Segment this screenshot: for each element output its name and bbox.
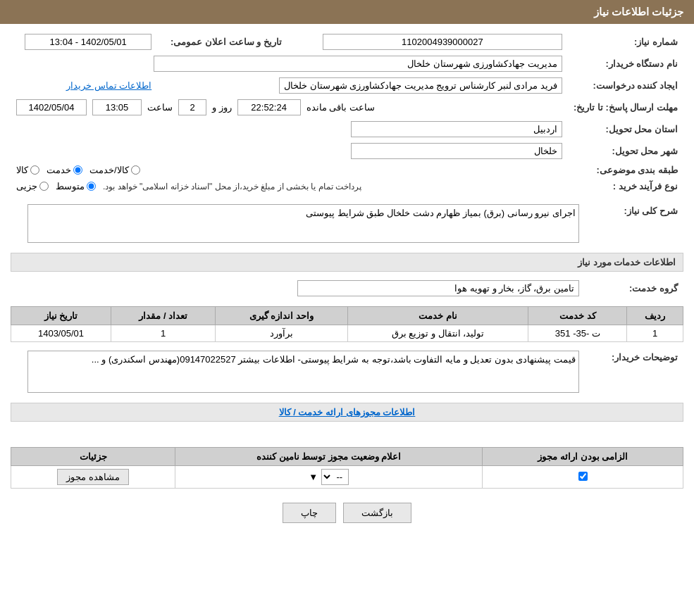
back-button[interactable]: بازگشت (343, 503, 411, 523)
send-days-value: 2 (178, 99, 206, 115)
city-label: شهر محل تحویل: (568, 140, 683, 162)
col-row-num: ردیف (627, 307, 683, 325)
contact-link[interactable]: اطلاعات تماس خریدار (66, 80, 151, 91)
description-label: شرح کلی نیاز: (585, 201, 683, 246)
col-required: الزامی بودن ارائه مجوز (483, 448, 683, 466)
col-code: کد خدمت (528, 307, 627, 325)
buyer-notes-table: توضیحات خریدار: قیمت پیشنهادی بدون تعدیل… (11, 348, 683, 396)
remaining-days-label: روز و (212, 102, 232, 113)
page-header: جزئیات اطلاعات نیاز (0, 0, 694, 24)
buyer-name-label: نام دستگاه خریدار: (568, 53, 683, 75)
row-unit: برآورد (216, 325, 347, 342)
col-count: تعداد / مقدار (111, 307, 215, 325)
created-by-cell: فرید مرادی لنبر کارشناس ترویج مدیریت جها… (157, 75, 568, 96)
page-title: جزئیات اطلاعات نیاز (594, 6, 683, 18)
purchase-type-text: پرداخت تمام یا بخشی از مبلغ خرید،از محل … (103, 182, 361, 191)
time-label: ساعت (147, 102, 173, 113)
required-cell (483, 466, 683, 489)
details-cell[interactable]: مشاهده مجوز (11, 466, 175, 489)
purchase-type-label: نوع فرآیند خرید : (568, 178, 683, 194)
created-by-label: ایجاد کننده درخواست: (568, 75, 683, 96)
col-details: جزئیات (11, 448, 175, 466)
buyer-name-cell: مدیریت جهادکشاورزی شهرستان خلخال (11, 53, 568, 75)
category-option-khedmat[interactable]: خدمت (47, 165, 82, 175)
button-bar: بازگشت چاپ (11, 489, 683, 537)
public-announce-label: تاریخ و ساعت اعلان عمومی: (157, 31, 287, 53)
print-button[interactable]: چاپ (283, 503, 336, 523)
row-code: ت -35- 351 (528, 325, 627, 342)
service-group-cell: تامین برق، گاز، بخار و تهویه هوا (11, 277, 585, 299)
public-announce-cell: 1402/05/01 - 13:04 (11, 31, 157, 53)
order-number-cell: 1102004939000027 (302, 31, 568, 53)
buyer-notes-cell: قیمت پیشنهادی بدون تعدیل و مایه التفاوت … (11, 348, 585, 396)
row-date: 1403/05/01 (11, 325, 111, 342)
remaining-hours-label: ساعت باقی مانده (306, 102, 375, 113)
col-status: اعلام وضعیت مجوز توسط نامین کننده (175, 448, 483, 466)
purchase-type-partial[interactable]: جزیی (16, 181, 49, 191)
province-label: استان محل تحویل: (568, 118, 683, 140)
service-group-value: تامین برق، گاز، بخار و تهویه هوا (297, 280, 579, 296)
col-name: نام خدمت (347, 307, 528, 325)
services-section-title: اطلاعات خدمات مورد نیاز (11, 253, 683, 272)
order-number-value: 1102004939000027 (323, 34, 562, 50)
status-cell: -- ▼ (175, 466, 483, 489)
service-group-label: گروه خدمت: (585, 277, 683, 299)
basic-info-table: شماره نیاز: 1102004939000027 تاریخ و ساع… (11, 31, 683, 194)
category-option-kala[interactable]: کالا (16, 165, 39, 175)
send-time-label: مهلت ارسال پاسخ: تا تاریخ: (568, 96, 683, 118)
row-num: 1 (627, 325, 683, 342)
purchase-type-medium[interactable]: متوسط (56, 181, 96, 191)
table-row: -- ▼ مشاهده مجوز (11, 466, 683, 489)
col-unit: واحد اندازه گیری (216, 307, 347, 325)
licenses-table: الزامی بودن ارائه مجوز اعلام وضعیت مجوز … (11, 447, 683, 489)
province-value: اردبیل (351, 121, 562, 137)
services-table: ردیف کد خدمت نام خدمت واحد اندازه گیری ت… (11, 306, 683, 342)
row-service-name: تولید، انتقال و توزیع برق (347, 325, 528, 342)
description-table: شرح کلی نیاز: اجرای نیرو رسانی (برق) بمی… (11, 201, 683, 246)
send-time-cell: ساعت باقی مانده 22:52:24 روز و 2 ساعت 13… (11, 96, 568, 118)
send-clock-value: 22:52:24 (237, 99, 301, 115)
send-date-value: 1402/05/04 (16, 99, 87, 115)
category-cell: کالا/خدمت خدمت کالا (11, 162, 568, 178)
description-cell: اجرای نیرو رسانی (برق) بمیاز ظهارم دشت خ… (11, 201, 585, 246)
licenses-section-title[interactable]: اطلاعات مجوزهای ارائه خدمت / کالا (11, 403, 683, 422)
province-cell: اردبیل (11, 118, 568, 140)
city-cell: خلخال (11, 140, 568, 162)
service-group-table: گروه خدمت: تامین برق، گاز، بخار و تهویه … (11, 277, 683, 299)
purchase-type-cell: پرداخت تمام یا بخشی از مبلغ خرید،از محل … (11, 178, 568, 194)
view-license-button[interactable]: مشاهده مجوز (57, 469, 129, 485)
buyer-name-value: مدیریت جهادکشاورزی شهرستان خلخال (154, 56, 562, 72)
send-time-value: 13:05 (92, 99, 142, 115)
buyer-notes-value: قیمت پیشنهادی بدون تعدیل و مایه التفاوت … (27, 351, 579, 393)
status-select[interactable]: -- (321, 469, 349, 485)
public-announce-value: 1402/05/01 - 13:04 (25, 34, 151, 50)
buyer-notes-label: توضیحات خریدار: (585, 348, 683, 396)
col-date: تاریخ نیاز (11, 307, 111, 325)
category-option-kala-khedmat[interactable]: کالا/خدمت (89, 165, 140, 175)
description-value: اجرای نیرو رسانی (برق) بمیاز ظهارم دشت خ… (27, 204, 579, 243)
category-label: طبقه بندی موضوعی: (568, 162, 683, 178)
required-checkbox[interactable] (578, 472, 588, 481)
created-by-value: فرید مرادی لنبر کارشناس ترویج مدیریت جها… (279, 77, 562, 94)
dropdown-icon: ▼ (309, 472, 318, 482)
order-number-label: شماره نیاز: (568, 31, 683, 53)
contact-link-cell[interactable]: اطلاعات تماس خریدار (11, 75, 157, 96)
city-value: خلخال (351, 143, 562, 159)
table-row: 1 ت -35- 351 تولید، انتقال و توزیع برق ب… (11, 325, 683, 342)
row-count: 1 (111, 325, 215, 342)
